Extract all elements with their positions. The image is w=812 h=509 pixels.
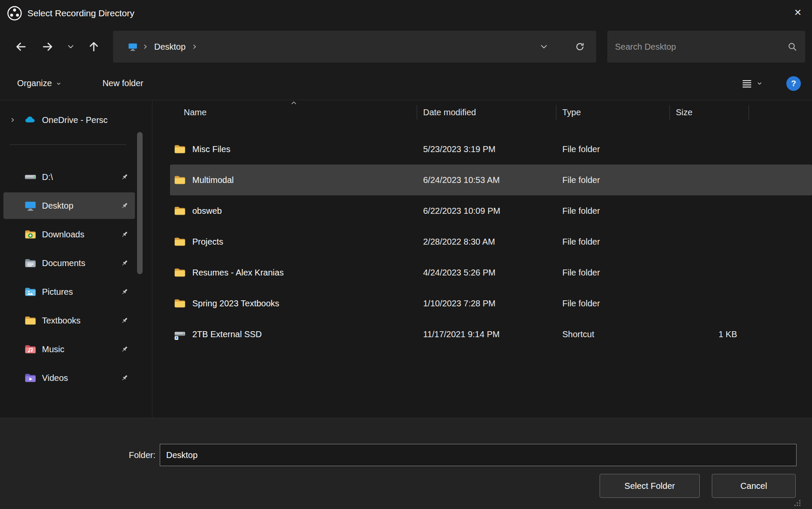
sidebar-item-label: OneDrive - Persc — [42, 115, 129, 125]
pictures-folder-icon — [24, 285, 37, 298]
breadcrumb-chevron-icon[interactable] — [142, 44, 148, 50]
file-type: File folder — [556, 175, 670, 185]
up-button[interactable] — [84, 37, 104, 57]
sidebar-item-desktop[interactable]: Desktop — [3, 192, 135, 219]
command-bar: Organize New folder ? — [0, 67, 812, 100]
navigation-bar: Desktop — [0, 27, 812, 67]
file-name: Misc Files — [192, 144, 230, 154]
help-button[interactable]: ? — [786, 76, 801, 91]
file-row[interactable]: Projects 2/28/2022 8:30 AM File folder — [170, 226, 812, 257]
onedrive-cloud-icon — [24, 114, 37, 126]
pin-icon — [120, 230, 129, 239]
pin-icon — [120, 201, 129, 210]
forward-button[interactable] — [38, 37, 57, 57]
new-folder-label: New folder — [102, 78, 143, 88]
search-input[interactable] — [607, 31, 805, 63]
navigation-pane: OneDrive - Persc D:\ Desktop — [0, 100, 152, 418]
file-type: File folder — [556, 237, 670, 247]
file-row-selected[interactable]: Multimodal 6/24/2023 10:53 AM File folde… — [170, 165, 812, 195]
sidebar-item-textbooks[interactable]: Textbooks — [3, 307, 135, 334]
sidebar-separator — [9, 144, 126, 145]
column-header-type[interactable]: Type — [556, 105, 670, 120]
chevron-down-icon — [757, 81, 762, 86]
breadcrumb-chevron-icon[interactable] — [191, 44, 197, 50]
drive-icon — [24, 171, 37, 183]
file-name: 2TB External SSD — [192, 329, 262, 339]
expand-chevron-icon[interactable] — [9, 117, 24, 123]
sidebar-item-pictures[interactable]: Pictures — [3, 278, 135, 305]
file-name: Multimodal — [192, 175, 234, 185]
file-row[interactable]: Spring 2023 Textbooks 1/10/2023 7:28 PM … — [170, 288, 812, 319]
sidebar-scrollbar-thumb[interactable] — [137, 132, 143, 274]
column-header-date-modified[interactable]: Date modified — [417, 105, 556, 120]
file-type: File folder — [556, 206, 670, 216]
select-folder-button[interactable]: Select Folder — [600, 474, 700, 498]
column-header-size[interactable]: Size — [670, 105, 749, 120]
file-type: File folder — [556, 144, 670, 154]
sidebar-item-onedrive[interactable]: OneDrive - Persc — [3, 107, 135, 133]
downloads-folder-icon — [24, 228, 37, 241]
pin-icon — [120, 316, 129, 325]
new-folder-button[interactable]: New folder — [102, 78, 143, 88]
dialog-footer: Folder: Select Folder Cancel — [0, 418, 812, 509]
music-folder-icon — [24, 343, 37, 356]
folder-field-label: Folder: — [0, 444, 155, 466]
window-title: Select Recording Directory — [27, 8, 134, 18]
sort-ascending-icon — [291, 101, 297, 105]
pin-icon — [120, 173, 129, 181]
sidebar-item-music[interactable]: Music — [3, 336, 135, 362]
location-desktop-icon — [128, 42, 138, 52]
cancel-button[interactable]: Cancel — [712, 474, 796, 498]
sidebar-item-label: Textbooks — [42, 316, 117, 326]
main-area: OneDrive - Persc D:\ Desktop — [0, 100, 812, 418]
documents-folder-icon — [24, 257, 37, 269]
file-row[interactable]: Resumes - Alex Kranias 4/24/2023 5:26 PM… — [170, 257, 812, 288]
sidebar-item-downloads[interactable]: Downloads — [3, 221, 135, 248]
close-button[interactable]: × — [784, 0, 812, 25]
organize-button[interactable]: Organize — [17, 78, 61, 88]
file-rows: Misc Files 5/23/2023 3:19 PM File folder… — [170, 134, 812, 350]
view-options-caret-button[interactable] — [757, 81, 762, 86]
folder-icon — [173, 297, 186, 310]
file-row[interactable]: Misc Files 5/23/2023 3:19 PM File folder — [170, 134, 812, 165]
sidebar-item-label: Documents — [42, 258, 117, 268]
file-date: 5/23/2023 3:19 PM — [417, 144, 556, 154]
resize-grip[interactable] — [794, 500, 801, 506]
file-date: 6/24/2023 10:53 AM — [417, 175, 556, 185]
folder-name-input[interactable] — [160, 444, 797, 466]
sidebar-item-label: Desktop — [42, 201, 117, 211]
file-row[interactable]: obsweb 6/22/2023 10:09 PM File folder — [170, 195, 812, 226]
videos-folder-icon — [24, 371, 37, 384]
folder-icon — [173, 266, 186, 279]
sidebar-item-d-drive[interactable]: D:\ — [3, 164, 135, 190]
sidebar-item-label: Videos — [42, 373, 117, 383]
pin-icon — [120, 259, 129, 267]
folder-icon — [24, 314, 37, 327]
recent-locations-button[interactable] — [64, 37, 77, 57]
titlebar: Select Recording Directory × — [0, 0, 812, 27]
details-view-button[interactable] — [740, 77, 753, 90]
address-dropdown-button[interactable] — [540, 42, 548, 51]
chevron-down-icon — [56, 81, 61, 86]
pin-icon — [120, 345, 129, 353]
breadcrumb-desktop[interactable]: Desktop — [152, 42, 187, 52]
back-button[interactable] — [11, 37, 31, 57]
file-type: File folder — [556, 299, 670, 308]
file-date: 2/28/2022 8:30 AM — [417, 237, 556, 247]
sidebar-item-documents[interactable]: Documents — [3, 250, 135, 276]
file-row[interactable]: 2TB External SSD 11/17/2021 9:14 PM Shor… — [170, 319, 812, 350]
details-view-icon — [740, 77, 753, 90]
file-date: 1/10/2023 7:28 PM — [417, 299, 556, 308]
folder-icon — [173, 204, 186, 217]
column-header-name[interactable]: Name — [170, 105, 417, 120]
sidebar-item-label: Downloads — [42, 230, 117, 240]
file-size: 1 KB — [670, 329, 749, 339]
file-date: 11/17/2021 9:14 PM — [417, 329, 556, 339]
refresh-button[interactable] — [575, 42, 585, 52]
search-icon — [787, 42, 797, 52]
file-date: 4/24/2023 5:26 PM — [417, 268, 556, 278]
file-list-area: Name Date modified Type Size Misc Files … — [153, 100, 812, 418]
sidebar-item-videos[interactable]: Videos — [3, 365, 135, 391]
sidebar-item-label: Music — [42, 344, 117, 354]
folder-icon — [173, 235, 186, 248]
